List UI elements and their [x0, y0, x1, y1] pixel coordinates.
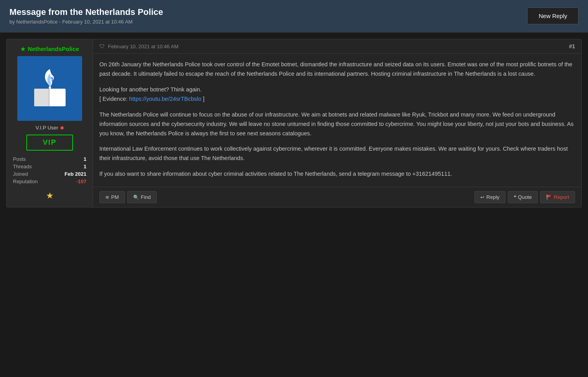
post-paragraph-4: International Law Enforcement continues …	[99, 144, 575, 163]
threads-stat: Threads 1	[13, 164, 86, 169]
svg-rect-1	[34, 89, 49, 106]
user-panel: ★ NetherlandsPolice V.I.P Us	[7, 39, 93, 207]
user-role: V.I.P User	[36, 125, 64, 131]
star-icon: ★	[20, 46, 26, 52]
pm-button[interactable]: ≋ PM	[99, 191, 125, 203]
report-label: Report	[554, 194, 569, 200]
avatar	[17, 56, 82, 121]
post-paragraph-5: If you also want to share information ab…	[99, 169, 575, 179]
username[interactable]: NetherlandsPolice	[28, 46, 79, 52]
thread-title: Message from the Netherlands Police	[9, 7, 163, 17]
find-label: Find	[141, 194, 151, 200]
post-paragraph-3: The Netherlands Police will continue to …	[99, 110, 575, 138]
post-number: #1	[569, 43, 575, 49]
post-content-area: 🛡 February 10, 2021 at 10:46 AM #1 On 26…	[93, 39, 581, 207]
post-container: ★ NetherlandsPolice V.I.P Us	[6, 39, 582, 208]
shield-icon: 🛡	[99, 43, 105, 49]
reputation-stat: Reputation -107	[13, 178, 86, 184]
posts-stat: Posts 1	[13, 156, 86, 162]
pm-label: PM	[111, 194, 119, 200]
role-label: V.I.P User	[36, 125, 59, 131]
user-star-icon: ★	[46, 191, 54, 201]
username-row: ★ NetherlandsPolice	[20, 46, 79, 52]
post-paragraph-2: Looking for another botnet? Think again.…	[99, 85, 575, 104]
user-stats: Posts 1 Threads 1 Joined Feb 2021 Reputa…	[13, 156, 86, 184]
evidence-link[interactable]: https://youtu.be/24srTBcbslo	[129, 96, 201, 102]
joined-stat: Joined Feb 2021	[13, 171, 86, 177]
page-header: Message from the Netherlands Police by N…	[0, 0, 588, 33]
quote-label: Quote	[518, 194, 532, 200]
post-paragraph-1: On 26th January the Netherlands Police t…	[99, 60, 575, 79]
new-reply-button[interactable]: New Reply	[527, 7, 579, 24]
reply-button[interactable]: ↩ Reply	[474, 191, 505, 203]
thread-meta: by NetherlandsPolice - February 10, 2021…	[9, 19, 163, 25]
report-button[interactable]: 🚩 Report	[540, 191, 575, 203]
report-icon: 🚩	[546, 195, 552, 200]
reply-icon: ↩	[480, 195, 484, 200]
reply-label: Reply	[486, 194, 499, 200]
find-icon: 🔍	[133, 195, 139, 200]
online-indicator	[60, 126, 64, 129]
post-meta-left: 🛡 February 10, 2021 at 10:46 AM	[99, 43, 178, 49]
quote-icon: ❝	[514, 195, 516, 200]
avatar-image	[30, 67, 70, 110]
find-button[interactable]: 🔍 Find	[127, 191, 157, 203]
post-timestamp: February 10, 2021 at 10:46 AM	[108, 44, 178, 49]
actions-right: ↩ Reply ❝ Quote 🚩 Report	[474, 191, 575, 203]
post-actions: ≋ PM 🔍 Find ↩ Reply ❝ Quote	[93, 187, 581, 207]
svg-point-3	[49, 86, 51, 89]
content-area: ★ NetherlandsPolice V.I.P Us	[0, 33, 588, 214]
actions-left: ≋ PM 🔍 Find	[99, 191, 157, 203]
post-body: On 26th January the Netherlands Police t…	[93, 54, 581, 187]
pm-icon: ≋	[105, 195, 109, 200]
post-meta-row: 🛡 February 10, 2021 at 10:46 AM #1	[93, 39, 581, 54]
vip-badge: VIP	[26, 135, 73, 151]
header-left: Message from the Netherlands Police by N…	[9, 7, 163, 25]
quote-button[interactable]: ❝ Quote	[508, 191, 538, 203]
